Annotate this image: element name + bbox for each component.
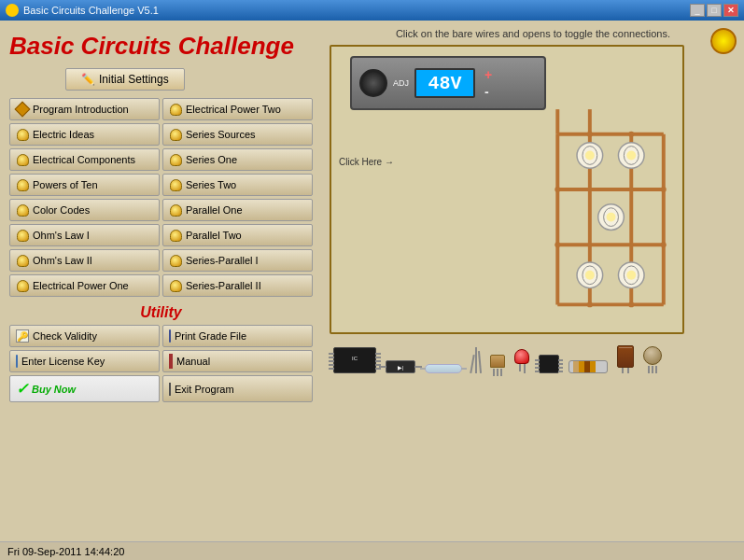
nav-electrical-power-two[interactable]: Electrical Power Two [162, 98, 313, 120]
nav-electrical-components[interactable]: Electrical Components [9, 148, 160, 171]
minimize-button[interactable]: _ [690, 4, 705, 17]
svg-point-28 [626, 271, 636, 280]
svg-point-22 [607, 213, 616, 222]
bulb-icon-2 [16, 128, 29, 141]
nav-ohms-law-2[interactable]: Ohm's Law II [9, 249, 160, 272]
glass-tube-component [425, 364, 462, 373]
leads-component [471, 347, 481, 373]
right-panel: Click on the bare wires and opens to tog… [322, 21, 744, 560]
svg-point-36 [628, 301, 634, 307]
diode-component: ▶| [386, 360, 415, 373]
utility-title: Utility [9, 304, 313, 321]
main-content: Basic Circuits Challenge ✏️ Initial Sett… [0, 21, 744, 560]
nav-series-parallel-1[interactable]: Series-Parallel I [162, 249, 313, 272]
nav-series-two[interactable]: Series Two [162, 174, 313, 196]
app-title: Basic Circuits Challenge [9, 32, 313, 61]
check-validity-button[interactable]: 🔑 Check Validity [9, 325, 160, 347]
nav-grid: Program Introduction Electrical Power Tw… [9, 98, 313, 297]
nav-series-parallel-2[interactable]: Series-Parallel II [162, 274, 313, 297]
circuit-svg [331, 47, 682, 332]
bulb-icon-9 [169, 203, 182, 217]
bulb-icon-14 [16, 279, 29, 292]
bulb-icon-11 [169, 229, 182, 242]
ic-chip-component: IC [333, 347, 376, 373]
nav-program-introduction[interactable]: Program Introduction [9, 98, 160, 120]
bulb-icon-12 [16, 254, 29, 267]
checkmark-icon: ✓ [16, 380, 28, 398]
led-component [514, 349, 529, 373]
nav-series-one[interactable]: Series One [162, 148, 313, 171]
window-title: Basic Circuits Challenge V5.1 [23, 5, 159, 16]
bulb-icon-6 [16, 178, 29, 191]
utility-section: Utility 🔑 Check Validity Print Grade Fil… [9, 304, 313, 402]
initial-settings-button[interactable]: ✏️ Initial Settings [65, 68, 185, 91]
maximize-button[interactable]: □ [707, 4, 722, 17]
svg-point-19 [626, 151, 636, 161]
app-icon [6, 4, 19, 17]
nav-parallel-two[interactable]: Parallel Two [162, 224, 313, 246]
settings-icon: ✏️ [81, 73, 95, 86]
left-panel: Basic Circuits Challenge ✏️ Initial Sett… [0, 21, 322, 560]
svg-point-35 [587, 301, 593, 307]
nav-color-codes[interactable]: Color Codes [9, 199, 160, 221]
status-text: Fri 09-Sep-2011 14:44:20 [7, 546, 124, 557]
print-grade-button[interactable]: Print Grade File [162, 325, 313, 347]
nav-electric-ideas[interactable]: Electric Ideas [9, 123, 160, 146]
manual-icon [169, 356, 173, 367]
circuit-instruction: Click on the bare wires and opens to tog… [330, 28, 737, 39]
bulb-icon-1 [169, 103, 182, 116]
svg-point-33 [587, 132, 593, 137]
buy-now-button[interactable]: ✓ Buy Now [9, 375, 160, 402]
bulb-icon-15 [169, 279, 182, 292]
nav-ohms-law-1[interactable]: Ohm's Law I [9, 224, 160, 246]
svg-point-34 [628, 132, 634, 137]
bulb-icon-7 [169, 178, 182, 191]
exit-program-button[interactable]: Exit Program [162, 375, 313, 402]
bulb-icon-10 [16, 229, 29, 242]
ic-dip-component [539, 355, 559, 373]
initial-settings-label: Initial Settings [99, 73, 169, 86]
nav-powers-of-ten[interactable]: Powers of Ten [9, 174, 160, 196]
print-icon [169, 330, 171, 342]
svg-point-29 [554, 187, 560, 192]
diamond-icon [16, 103, 29, 116]
license-icon [16, 356, 18, 367]
bulb-icon-3 [169, 128, 182, 141]
title-bar: Basic Circuits Challenge V5.1 _ □ ✕ [0, 0, 744, 21]
window-controls: _ □ ✕ [690, 4, 738, 17]
tip-icon [710, 28, 737, 54]
svg-point-31 [554, 242, 560, 247]
svg-point-25 [585, 271, 595, 280]
resistor-component [569, 360, 608, 373]
close-button[interactable]: ✕ [723, 4, 738, 17]
manual-button[interactable]: Manual [162, 350, 313, 372]
nav-parallel-one[interactable]: Parallel One [162, 199, 313, 221]
nav-electrical-power-one[interactable]: Electrical Power One [9, 274, 160, 297]
exit-icon [169, 384, 171, 395]
utility-grid: 🔑 Check Validity Print Grade File Enter … [9, 325, 313, 402]
svg-point-32 [661, 242, 667, 247]
bulb-icon-5 [169, 153, 182, 166]
transistor-component [490, 355, 505, 373]
svg-point-30 [661, 187, 667, 192]
status-bar: Fri 09-Sep-2011 14:44:20 [0, 541, 744, 560]
transistor-metal-component [643, 346, 662, 373]
enter-license-button[interactable]: Enter License Key [9, 350, 160, 372]
check-icon: 🔑 [16, 329, 29, 343]
nav-series-sources[interactable]: Series Sources [162, 123, 313, 146]
capacitor-component [617, 345, 634, 373]
bulb-icon-4 [16, 153, 29, 166]
bulb-icon-8 [16, 203, 29, 217]
bulb-icon-13 [169, 254, 182, 267]
svg-point-16 [585, 151, 595, 161]
